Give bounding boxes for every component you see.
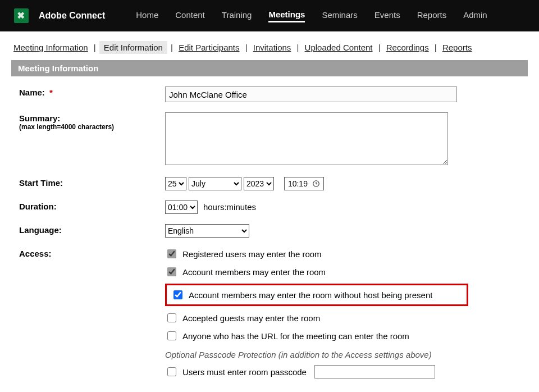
edit-form: Name: * Summary: (max length=4000 charac… bbox=[11, 86, 528, 379]
access-check-members[interactable] bbox=[167, 267, 176, 276]
row-start-time: Start Time: 25 July 2023 10:19 bbox=[19, 177, 524, 190]
required-marker: * bbox=[49, 88, 53, 97]
top-nav: Home Content Training Meetings Seminars … bbox=[136, 10, 487, 22]
access-option-anyone-url[interactable]: Anyone who has the URL for the meeting c… bbox=[165, 330, 524, 342]
access-option-guests[interactable]: Accepted guests may enter the room bbox=[165, 312, 524, 324]
optional-passcode-note: Optional Passcode Protection (in additio… bbox=[165, 350, 524, 359]
row-access: Access: Registered users may enter the r… bbox=[19, 248, 524, 379]
language-select[interactable]: English bbox=[165, 224, 249, 238]
subnav-sep: | bbox=[171, 43, 173, 52]
brand-label: Adobe Connect bbox=[39, 11, 105, 21]
nav-home[interactable]: Home bbox=[136, 10, 158, 21]
nav-events[interactable]: Events bbox=[374, 10, 400, 21]
section-header: Meeting Information bbox=[11, 60, 528, 76]
nav-meetings[interactable]: Meetings bbox=[268, 10, 305, 22]
clock-icon bbox=[312, 180, 320, 188]
subnav-edit-participants[interactable]: Edit Participants bbox=[176, 42, 241, 53]
label-language: Language: bbox=[19, 224, 165, 235]
access-option-no-host[interactable]: Account members may enter the room witho… bbox=[171, 289, 462, 301]
access-check-registered[interactable] bbox=[167, 249, 176, 258]
access-check-no-host[interactable] bbox=[173, 290, 182, 299]
passcode-input[interactable] bbox=[314, 365, 435, 379]
nav-training[interactable]: Training bbox=[222, 10, 252, 21]
row-language: Language: English bbox=[19, 224, 524, 238]
label-name-text: Name: bbox=[19, 88, 45, 97]
label-name: Name: * bbox=[19, 86, 165, 97]
access-label-members: Account members may enter the room bbox=[182, 267, 326, 277]
brand-logo bbox=[14, 8, 29, 23]
access-option-passcode[interactable]: Users must enter room passcode bbox=[165, 365, 524, 379]
label-summary-sub: (max length=4000 characters) bbox=[19, 123, 165, 131]
sub-nav: Meeting Information | Edit Information |… bbox=[11, 43, 528, 52]
name-input[interactable] bbox=[165, 86, 457, 102]
subnav-meeting-info[interactable]: Meeting Information bbox=[11, 42, 90, 53]
label-access: Access: bbox=[19, 248, 165, 258]
nav-seminars[interactable]: Seminars bbox=[322, 10, 357, 21]
top-bar: Adobe Connect Home Content Training Meet… bbox=[0, 0, 539, 31]
access-list: Registered users may enter the room Acco… bbox=[165, 248, 524, 379]
subnav-sep: | bbox=[245, 43, 248, 52]
access-label-anyone-url: Anyone who has the URL for the meeting c… bbox=[182, 331, 409, 341]
start-year-select[interactable]: 2023 bbox=[244, 177, 274, 190]
access-label-passcode: Users must enter room passcode bbox=[182, 367, 307, 377]
start-month-select[interactable]: July bbox=[189, 177, 241, 190]
nav-admin[interactable]: Admin bbox=[463, 10, 487, 21]
row-name: Name: * bbox=[19, 86, 524, 102]
subnav-recordings[interactable]: Recordings bbox=[384, 42, 431, 53]
content-area: Meeting Information | Edit Information |… bbox=[0, 31, 539, 392]
row-duration: Duration: 01:00 hours:minutes bbox=[19, 200, 524, 214]
start-day-select[interactable]: 25 bbox=[165, 177, 186, 190]
subnav-edit-info[interactable]: Edit Information bbox=[99, 41, 167, 54]
row-summary: Summary: (max length=4000 characters) bbox=[19, 112, 524, 167]
access-label-guests: Accepted guests may enter the room bbox=[182, 313, 320, 323]
label-summary: Summary: (max length=4000 characters) bbox=[19, 112, 165, 131]
access-option-members[interactable]: Account members may enter the room bbox=[165, 266, 524, 278]
subnav-sep: | bbox=[378, 43, 381, 52]
subnav-invitations[interactable]: Invitations bbox=[251, 42, 294, 53]
access-check-passcode[interactable] bbox=[167, 367, 176, 376]
duration-select[interactable]: 01:00 bbox=[165, 200, 198, 214]
subnav-sep: | bbox=[297, 43, 299, 52]
label-start-time: Start Time: bbox=[19, 177, 165, 188]
subnav-uploaded-content[interactable]: Uploaded Content bbox=[303, 42, 375, 53]
access-check-anyone-url[interactable] bbox=[167, 331, 176, 340]
access-option-highlighted-box: Account members may enter the room witho… bbox=[165, 284, 468, 306]
nav-reports[interactable]: Reports bbox=[417, 10, 447, 21]
access-check-guests[interactable] bbox=[167, 313, 176, 322]
subnav-sep: | bbox=[435, 43, 437, 52]
label-duration: Duration: bbox=[19, 200, 165, 211]
connect-icon bbox=[16, 11, 26, 21]
access-label-no-host: Account members may enter the room witho… bbox=[189, 290, 432, 300]
start-time-value: 10:19 bbox=[288, 179, 308, 188]
subnav-sep: | bbox=[94, 43, 96, 52]
access-label-registered: Registered users may enter the room bbox=[182, 249, 322, 259]
nav-content[interactable]: Content bbox=[175, 10, 205, 21]
label-summary-text: Summary: bbox=[19, 113, 60, 123]
start-time-field[interactable]: 10:19 bbox=[284, 177, 324, 190]
access-option-registered[interactable]: Registered users may enter the room bbox=[165, 248, 524, 260]
subnav-reports[interactable]: Reports bbox=[440, 42, 474, 53]
duration-unit: hours:minutes bbox=[203, 202, 256, 212]
summary-textarea[interactable] bbox=[165, 112, 448, 165]
